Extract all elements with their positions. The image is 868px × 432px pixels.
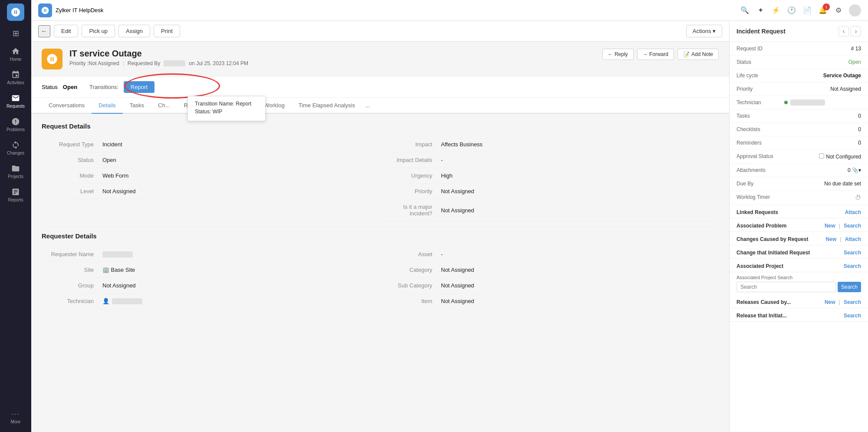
associated-problem-label: Associated Problem (736, 223, 786, 229)
status-value: Open (63, 84, 77, 90)
toolbar: ← Edit Pick up Assign Print Actions ▾ (31, 21, 729, 42)
change-initiated-label: Change that Initiated Request (736, 250, 810, 256)
tab-details[interactable]: Details (92, 98, 123, 114)
edit-button[interactable]: Edit (54, 25, 78, 37)
rp-approval-status: Approval Status Not Configured (730, 150, 868, 164)
add-note-button[interactable]: 📝 Add Note (677, 49, 719, 60)
rp-value-tasks: 0 (784, 113, 861, 119)
associated-project-label: Associated Project (736, 263, 783, 269)
body-layout: ← Edit Pick up Assign Print Actions ▾ IT… (31, 21, 868, 432)
associated-project-search-input[interactable] (736, 282, 836, 292)
changes-caused-new[interactable]: New (826, 236, 837, 242)
sidebar-item-more[interactable]: ··· More (11, 406, 21, 429)
value-request-type: Incident (102, 141, 122, 148)
associated-project-search-button[interactable]: Search (838, 282, 861, 292)
label-technician: Technician (42, 298, 102, 304)
forward-button[interactable]: → Forward (637, 49, 674, 60)
rp-label-approval-status: Approval Status (736, 153, 784, 159)
changes-caused-label: Changes Caused by Request (736, 236, 808, 242)
rp-label-request-id: Request ID (736, 46, 784, 52)
request-date: on Jul 25, 2023 12:04 PM (189, 60, 248, 66)
sidebar-item-grid[interactable]: ⊞ (0, 24, 31, 43)
rp-attachments: Attachments 0 📎▾ (730, 164, 868, 177)
gear-icon[interactable]: ⚙ (833, 5, 844, 16)
priority-label: Priority :Not Assigned (69, 60, 119, 66)
rp-section-linked-requests: Linked Requests Attach (730, 205, 868, 218)
rp-label-due-by: Due By (736, 181, 784, 187)
details-content: Request Details Request Type Incident St… (31, 114, 729, 432)
sidebar-item-requests[interactable]: Requests (0, 89, 31, 113)
associated-problem-new[interactable]: New (825, 223, 835, 229)
rp-technician: Technician (730, 96, 868, 109)
search-icon[interactable]: 🔍 (740, 5, 750, 16)
rp-label-lifecycle: Life cycle (736, 73, 784, 79)
rp-value-worklog-timer[interactable]: ⏱ (784, 194, 861, 201)
clock-icon[interactable]: 🕐 (786, 5, 797, 16)
sidebar-item-home[interactable]: Home (0, 43, 31, 66)
rp-value-reminders: 0 (784, 140, 861, 146)
changes-caused-attach[interactable]: Attach (845, 236, 861, 242)
request-meta: Priority :Not Assigned | Requested By on… (69, 60, 602, 66)
value-item: Not Assigned (441, 298, 474, 304)
label-level: Level (42, 188, 102, 195)
associated-project-search-input-area: Associated Project Search Search (730, 272, 868, 295)
panel-prev-button[interactable]: ‹ (838, 26, 849, 36)
sparkle-icon[interactable]: ✦ (755, 5, 766, 16)
requester-left-col: Requester Name Site 🏢 Base Site Group No… (42, 247, 380, 309)
assign-button[interactable]: Assign (118, 25, 150, 37)
pickup-button[interactable]: Pick up (82, 25, 115, 37)
associated-problem-search[interactable]: Search (844, 223, 861, 229)
sidebar-item-activities[interactable]: Activities (0, 66, 31, 89)
tab-conversations[interactable]: Conversations (42, 98, 92, 114)
rp-section-releases-caused: Releases Caused by... New | Search (730, 295, 868, 308)
rp-value-lifecycle: Service Outage (784, 73, 861, 79)
print-button[interactable]: Print (154, 25, 180, 37)
tab-more[interactable]: ... (362, 98, 374, 114)
sidebar-item-reports[interactable]: Reports (0, 183, 31, 207)
detail-category: Category Not Assigned (380, 262, 719, 278)
bell-icon[interactable]: 🔔 1 (818, 5, 828, 16)
back-button[interactable]: ← (38, 25, 50, 37)
sidebar-item-projects[interactable]: Projects (0, 160, 31, 183)
request-details-grid: Request Type Incident Status Open Mode W… (42, 137, 719, 221)
associated-project-search[interactable]: Search (844, 263, 861, 269)
label-priority: Priority (380, 188, 441, 195)
tab-tasks[interactable]: Tasks (123, 98, 151, 114)
releases-caused-search[interactable]: Search (844, 299, 861, 305)
details-left-col: Request Type Incident Status Open Mode W… (42, 137, 380, 221)
rp-label-checklists: Checklists (736, 126, 784, 132)
value-status: Open (102, 157, 116, 163)
tab-time-elapsed[interactable]: Time Elapsed Analysis (292, 98, 362, 114)
detail-site: Site 🏢 Base Site (42, 262, 380, 278)
value-technician (112, 298, 142, 304)
transition-tooltip: Transition Name: Report Status: WIP (187, 96, 266, 121)
reply-button[interactable]: ← Reply (602, 49, 634, 60)
rp-due-by: Due By No due date set (730, 177, 868, 191)
change-initiated-search[interactable]: Search (844, 250, 861, 256)
actions-button[interactable]: Actions ▾ (686, 25, 722, 37)
rp-status: Status Open (730, 56, 868, 69)
releases-caused-new[interactable]: New (825, 299, 835, 305)
sidebar-item-changes[interactable]: Changes (0, 136, 31, 160)
tab-changes[interactable]: Ch... (151, 98, 177, 114)
sidebar-item-problems[interactable]: Problems (0, 113, 31, 136)
technician-icon: 👤 (102, 298, 109, 304)
label-group: Group (42, 282, 102, 289)
request-title: IT service Outage (69, 49, 602, 59)
document-icon[interactable]: 📄 (802, 5, 812, 16)
release-initiated-search[interactable]: Search (844, 313, 861, 319)
app-logo-icon[interactable] (7, 3, 24, 21)
detail-impact-details: Impact Details - (380, 152, 719, 168)
report-transition-button[interactable]: Report (124, 81, 155, 93)
value-category: Not Assigned (441, 267, 474, 273)
panel-next-button[interactable]: › (851, 26, 861, 36)
value-major-incident: Not Assigned (441, 207, 474, 214)
rp-tasks: Tasks 0 (730, 109, 868, 123)
label-status: Status (42, 157, 102, 163)
detail-requester-name: Requester Name (42, 247, 380, 262)
linked-requests-attach[interactable]: Attach (845, 209, 861, 215)
tooltip-status: Status: WIP (195, 109, 258, 115)
app-header: Zylker IT HelpDesk 🔍 ✦ ⚡ 🕐 📄 🔔 1 ⚙ (31, 0, 868, 21)
user-avatar[interactable] (849, 4, 861, 16)
lightning-icon[interactable]: ⚡ (771, 5, 781, 16)
